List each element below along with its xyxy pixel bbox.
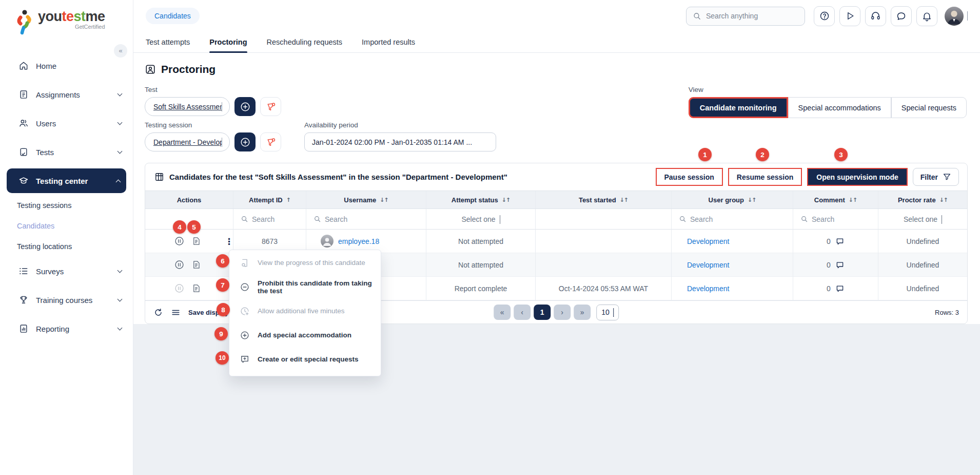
tests-icon <box>18 147 29 157</box>
filter-button[interactable]: Filter <box>913 168 959 186</box>
attempt-id-filter-input[interactable] <box>252 215 304 223</box>
comment-icon[interactable] <box>835 284 845 293</box>
comment-icon[interactable] <box>835 260 845 270</box>
tab-rescheduling-requests[interactable]: Rescheduling requests <box>267 32 343 52</box>
pause-attempt-icon[interactable] <box>174 236 185 246</box>
column-header-attempt-status[interactable]: Attempt status↓↑ <box>426 191 536 208</box>
sort-icon[interactable]: ↓↑ <box>502 197 510 203</box>
doc-search-icon <box>240 258 250 268</box>
sort-icon[interactable]: ↓↑ <box>620 197 628 203</box>
column-header-actions[interactable]: Actions <box>145 191 233 208</box>
testing-session-select[interactable]: Department - Developm... <box>145 132 230 151</box>
add-test-button[interactable] <box>234 97 256 116</box>
availability-period-input[interactable]: Jan-01-2024 02:00 PM - Jan-01-2035 01:14… <box>304 132 496 151</box>
sidebar-item-label: Users <box>36 119 56 128</box>
breadcrumb[interactable]: Candidates <box>146 8 200 24</box>
attempt-status-filter-select[interactable]: Select one <box>426 209 536 230</box>
columns-menu-icon[interactable] <box>171 308 181 317</box>
sort-icon[interactable]: ↓↑ <box>939 197 948 203</box>
column-header-user-group[interactable]: User group↓↑ <box>672 191 793 208</box>
plus-circle-icon <box>240 101 251 112</box>
user-group-link[interactable]: Development <box>687 284 730 293</box>
user-group-filter-input[interactable] <box>690 215 781 223</box>
test-select[interactable]: Soft Skills Assessment <box>145 97 230 116</box>
view-special-accommodations[interactable]: Special accommodations <box>788 97 891 118</box>
resume-session-button[interactable]: Resume session <box>728 168 802 186</box>
row-menu-kebab-icon[interactable]: ⋮ <box>225 236 233 246</box>
sidebar-subitem-candidates[interactable]: Candidates <box>0 216 133 236</box>
column-header-proctor-rate[interactable]: Proctor rate↓↑ <box>878 191 967 208</box>
page-number-button[interactable]: 1 <box>534 305 551 320</box>
sidebar-item-users[interactable]: Users <box>0 109 133 138</box>
open-supervision-mode-button[interactable]: Open supervision mode <box>807 168 907 186</box>
username-link[interactable]: employee.18 <box>338 237 379 245</box>
tab-proctoring[interactable]: Proctoring <box>209 32 247 52</box>
sidebar-collapse-button[interactable]: « <box>114 44 127 58</box>
chevron-down-icon <box>118 328 122 330</box>
sidebar-subitem-testing-locations[interactable]: Testing locations <box>0 236 133 257</box>
messages-button[interactable] <box>891 6 912 26</box>
clear-session-filter-button[interactable] <box>260 132 281 151</box>
menu-item-allow-five-minutes: Allow additional five minutes <box>229 299 381 323</box>
page-size-select[interactable]: 10 <box>596 305 619 320</box>
tab-test-attempts[interactable]: Test attempts <box>146 32 190 52</box>
view-candidate-monitoring[interactable]: Candidate monitoring <box>689 97 788 118</box>
attempt-status-cell: Not attempted <box>426 253 536 277</box>
sort-asc-icon[interactable]: ↑ <box>286 197 290 203</box>
sidebar-nav: Home Assignments Users Tests <box>0 51 133 343</box>
global-search-input[interactable] <box>706 12 788 20</box>
menu-item-create-special-requests[interactable]: Create or edit special requests <box>229 347 381 371</box>
pause-session-button[interactable]: Pause session <box>656 168 723 186</box>
tab-imported-results[interactable]: Imported results <box>362 32 415 52</box>
user-menu[interactable] <box>945 7 968 26</box>
proctor-rate-filter-select[interactable]: Select one <box>878 209 967 230</box>
sidebar-item-reporting[interactable]: Reporting <box>0 314 133 343</box>
report-icon[interactable] <box>191 236 201 246</box>
sidebar-item-label: Surveys <box>36 267 64 276</box>
sort-icon[interactable]: ↓↑ <box>849 197 857 203</box>
sidebar-item-testing-center[interactable]: Testing center <box>7 168 126 193</box>
username-filter-input[interactable] <box>325 215 415 223</box>
sidebar-item-surveys[interactable]: Surveys <box>0 257 133 286</box>
column-header-username[interactable]: Username↓↑ <box>306 191 426 208</box>
help-button[interactable] <box>814 6 835 26</box>
table-title: Candidates for the test "Soft Skills Ass… <box>169 173 507 181</box>
global-search[interactable] <box>686 7 805 26</box>
add-session-button[interactable] <box>234 132 256 151</box>
sidebar-item-tests[interactable]: Tests <box>0 138 133 166</box>
view-special-requests[interactable]: Special requests <box>891 97 967 118</box>
report-icon[interactable] <box>191 283 201 293</box>
comment-filter-input[interactable] <box>812 215 874 223</box>
first-page-button[interactable]: « <box>494 305 511 320</box>
report-icon[interactable] <box>191 260 201 270</box>
menu-item-prohibit-candidate[interactable]: Prohibit this candidate from taking the … <box>229 275 381 299</box>
clear-test-filter-button[interactable] <box>260 97 281 116</box>
prev-page-button[interactable]: ‹ <box>514 305 531 320</box>
user-group-link[interactable]: Development <box>687 261 730 269</box>
menu-item-add-special-accommodation[interactable]: Add special accommodation <box>229 323 381 347</box>
comment-icon[interactable] <box>835 237 845 246</box>
pause-attempt-icon[interactable] <box>174 259 185 270</box>
column-header-comment[interactable]: Comment↓↑ <box>793 191 878 208</box>
column-header-attempt-id[interactable]: Attempt ID↑ <box>233 191 306 208</box>
annotation-badge-1: 1 <box>698 148 712 161</box>
sidebar-item-home[interactable]: Home <box>0 51 133 80</box>
chevron-up-icon <box>116 178 120 184</box>
tutorials-button[interactable] <box>839 6 860 26</box>
column-header-test-started[interactable]: Test started↓↑ <box>536 191 672 208</box>
chevron-down-icon <box>500 215 500 223</box>
sort-icon[interactable]: ↓↑ <box>380 197 388 203</box>
search-icon <box>679 215 687 223</box>
user-group-link[interactable]: Development <box>687 237 730 245</box>
search-icon <box>313 215 321 223</box>
refresh-icon[interactable] <box>153 308 163 317</box>
last-page-button[interactable]: » <box>574 305 591 320</box>
sort-icon[interactable]: ↓↑ <box>748 197 756 203</box>
support-button[interactable] <box>865 6 886 26</box>
sidebar-item-assignments[interactable]: Assignments <box>0 80 133 109</box>
notifications-button[interactable] <box>916 6 937 26</box>
sidebar-item-training-courses[interactable]: Training courses <box>0 286 133 314</box>
next-page-button[interactable]: › <box>554 305 571 320</box>
sidebar-subitem-testing-sessions[interactable]: Testing sessions <box>0 195 133 216</box>
test-started-cell: Oct-14-2024 05:53 AM WAT <box>536 277 672 300</box>
